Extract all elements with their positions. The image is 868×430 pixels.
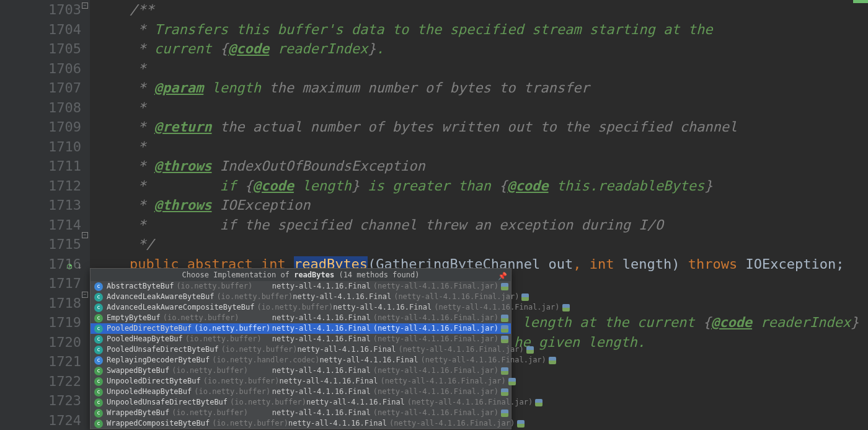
code-line: * if {@code length} is greater than {@co… <box>130 176 868 196</box>
override-down-icon[interactable]: ↓ <box>77 256 82 276</box>
line-number: 1708 <box>0 98 81 118</box>
pin-icon[interactable]: 📌 <box>498 270 507 282</box>
class-icon: c <box>94 367 103 375</box>
class-name: ReplayingDecoderByteBuf <box>107 355 210 365</box>
class-name: AdvancedLeakAwareByteBuf <box>107 292 214 302</box>
class-icon: c <box>94 377 103 386</box>
implementation-item[interactable]: cAdvancedLeakAwareByteBuf(io.netty.buffe… <box>91 292 511 302</box>
line-number: 1705 <box>0 39 81 59</box>
line-number: 1721 <box>0 352 81 372</box>
module-label: netty-all-4.1.16.Final <box>288 418 387 429</box>
package-label: (io.netty.handler.codec) <box>212 355 319 365</box>
class-name: PooledHeapByteBuf <box>107 334 183 344</box>
line-number: 1724 <box>0 411 81 431</box>
class-name: AbstractByteBuf <box>107 281 174 292</box>
implementation-item[interactable]: cWrappedByteBuf(io.netty.buffer)netty-al… <box>91 408 511 418</box>
line-number-gutter[interactable]: − − − ◔ ↓ 170317041705170617071708170917… <box>0 0 90 430</box>
library-icon <box>521 293 529 301</box>
implementation-list[interactable]: cAbstractByteBuf(io.netty.buffer)netty-a… <box>91 281 511 429</box>
implementation-item[interactable]: cEmptyByteBuf(io.netty.buffer)netty-all-… <box>91 313 511 323</box>
line-number: 1717 <box>0 274 81 293</box>
fold-expand-icon[interactable]: − <box>82 232 88 238</box>
module-label: netty-all-4.1.16.Final <box>280 376 378 387</box>
jar-label: (netty-all-4.1.16.Final.jar) <box>373 323 498 334</box>
jar-label: (netty-all-4.1.16.Final.jar) <box>373 365 498 376</box>
jar-label: (netty-all-4.1.16.Final.jar) <box>373 408 498 418</box>
line-number: 1723 <box>0 391 81 411</box>
class-icon: c <box>94 335 103 344</box>
jar-label: (netty-all-4.1.16.Final.jar) <box>373 387 498 397</box>
module-label: netty-all-4.1.16.Final <box>272 323 371 334</box>
jar-label: (netty-all-4.1.16.Final.jar) <box>381 376 506 387</box>
class-icon: c <box>94 388 103 396</box>
popup-title-pre: Choose Implementation of <box>182 271 294 279</box>
library-icon <box>501 336 508 343</box>
line-number: 1703 <box>0 0 81 20</box>
class-icon: c <box>94 303 103 312</box>
implementation-item[interactable]: cPooledDirectByteBuf(io.netty.buffer)net… <box>91 323 511 334</box>
class-icon: c <box>94 419 103 428</box>
line-number: 1709 <box>0 117 81 137</box>
module-label: netty-all-4.1.16.Final <box>272 408 371 418</box>
implementation-item[interactable]: cReplayingDecoderByteBuf(io.netty.handle… <box>91 355 511 365</box>
class-name: WrappedByteBuf <box>107 408 169 418</box>
code-line: * @param length the maximum number of by… <box>130 78 868 98</box>
fold-collapse-icon[interactable]: − <box>82 2 88 9</box>
implementation-item[interactable]: cSwappedByteBuf(io.netty.buffer)netty-al… <box>91 365 511 376</box>
line-number: 1718 <box>0 293 81 313</box>
line-number: 1715 <box>0 235 81 254</box>
package-label: (io.netty.buffer) <box>203 376 280 387</box>
library-icon <box>501 283 508 290</box>
line-number: 1704 <box>0 20 81 40</box>
implementation-item[interactable]: cWrappedCompositeByteBuf(io.netty.buffer… <box>91 418 511 429</box>
implementation-item[interactable]: cAdvancedLeakAwareCompositeByteBuf(io.ne… <box>91 302 511 313</box>
class-icon: c <box>94 398 103 407</box>
class-name: WrappedCompositeByteBuf <box>107 418 210 429</box>
jar-label: (netty-all-4.1.16.Final.jar) <box>434 302 559 313</box>
module-label: netty-all-4.1.16.Final <box>272 387 371 397</box>
code-line: * <box>130 137 868 157</box>
library-icon <box>526 346 534 354</box>
popup-title-post: (14 methods found) <box>334 271 419 279</box>
implementation-item[interactable]: cUnpooledDirectByteBuf(io.netty.buffer)n… <box>91 376 511 387</box>
class-icon: c <box>94 346 103 354</box>
package-label: (io.netty.buffer) <box>185 334 262 344</box>
implementation-item[interactable]: cPooledUnsafeDirectByteBuf(io.netty.buff… <box>91 344 511 355</box>
code-line: * current {@code readerIndex}. <box>130 39 868 59</box>
jar-label: (netty-all-4.1.16.Final.jar) <box>394 292 519 302</box>
implementations-gutter-icon[interactable]: ◔ <box>67 256 72 276</box>
code-line: * @throws IOException <box>130 195 868 215</box>
line-number: 1713 <box>0 195 81 215</box>
jar-label: (netty-all-4.1.16.Final.jar) <box>373 313 498 323</box>
implementation-item[interactable]: cUnpooledHeapByteBuf(io.netty.buffer)net… <box>91 387 511 397</box>
implementation-item[interactable]: cPooledHeapByteBuf(io.netty.buffer)netty… <box>91 334 511 344</box>
class-name: AdvancedLeakAwareCompositeByteBuf <box>107 302 254 313</box>
module-label: netty-all-4.1.16.Final <box>272 334 371 344</box>
package-label: (io.netty.buffer) <box>176 281 252 292</box>
library-icon <box>501 388 508 396</box>
class-name: UnpooledDirectByteBuf <box>107 376 201 387</box>
jar-label: (netty-all-4.1.16.Final.jar) <box>373 334 498 344</box>
module-label: netty-all-4.1.16.Final <box>320 355 418 365</box>
code-line: * Transfers this buffer's data to the sp… <box>130 20 868 40</box>
jar-label: (netty-all-4.1.16.Final.jar) <box>389 418 515 429</box>
line-number: 1714 <box>0 215 81 235</box>
module-label: netty-all-4.1.16.Final <box>297 344 396 355</box>
class-icon: c <box>94 409 103 418</box>
package-label: (io.netty.buffer) <box>194 387 270 397</box>
class-name: EmptyByteBuf <box>107 313 161 323</box>
class-icon: c <box>94 293 103 302</box>
choose-implementation-popup[interactable]: Choose Implementation of readBytes (14 m… <box>90 268 512 429</box>
library-icon <box>501 410 508 417</box>
class-name: UnpooledUnsafeDirectByteBuf <box>107 397 228 408</box>
class-name: PooledDirectByteBuf <box>107 323 192 334</box>
implementation-item[interactable]: cAbstractByteBuf(io.netty.buffer)netty-a… <box>91 281 511 292</box>
fold-collapse-icon-2[interactable]: − <box>82 292 88 298</box>
class-icon: c <box>94 282 103 291</box>
code-line: * <box>130 98 868 118</box>
module-label: netty-all-4.1.16.Final <box>306 397 405 408</box>
package-label: (io.netty.buffer) <box>194 323 270 334</box>
implementation-item[interactable]: cUnpooledUnsafeDirectByteBuf(io.netty.bu… <box>91 397 511 408</box>
line-number: 1710 <box>0 137 81 157</box>
line-number: 1706 <box>0 59 81 79</box>
